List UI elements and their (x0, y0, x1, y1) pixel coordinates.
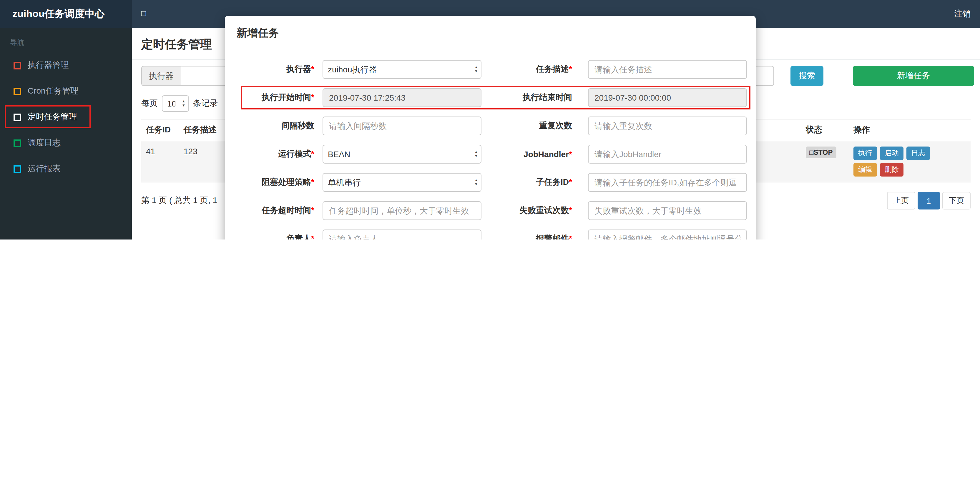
pagination: 上页 1 下页 (887, 192, 970, 210)
edit-button[interactable]: 编辑 (853, 163, 877, 177)
owner-input[interactable] (323, 229, 482, 240)
executor-filter-label: 执行器 (141, 66, 181, 86)
field-label-fail-retry: 失败重试次数* (482, 205, 588, 216)
square-outline-icon (14, 88, 21, 95)
add-job-modal: 新增任务 执行器* zuihou执行器 ▲▼ 任务描述* 执行开始时间* 执行结… (225, 16, 756, 240)
prev-page-button[interactable]: 上页 (887, 192, 915, 210)
field-label-executor: 执行器* (234, 64, 323, 75)
square-outline-icon (14, 139, 21, 147)
field-label-repeat: 重复次数 (482, 121, 588, 131)
sidebar-item-run-report[interactable]: 运行报表 (0, 156, 132, 182)
brand-title: zuihou任务调度中心 (0, 0, 132, 28)
sidebar-item-label: 调度日志 (28, 138, 60, 148)
sidebar-item-executor-mgmt[interactable]: 执行器管理 (0, 53, 132, 78)
fail-retry-input[interactable] (588, 201, 747, 220)
delete-button[interactable]: 删除 (880, 163, 904, 177)
sidebar-item-label: 定时任务管理 (28, 112, 77, 123)
per-page-select-wrap: 10 ▲▼ (162, 95, 189, 112)
sidebar-item-label: Cron任务管理 (28, 86, 79, 97)
square-outline-icon (14, 113, 21, 121)
sidebar-item-cron-job-mgmt[interactable]: Cron任务管理 (0, 78, 132, 104)
child-job-id-input[interactable] (588, 173, 747, 192)
log-button[interactable]: 日志 (907, 146, 930, 160)
end-time-input[interactable] (588, 88, 747, 107)
sidebar-item-dispatch-log[interactable]: 调度日志 (0, 130, 132, 156)
start-button[interactable]: 启动 (880, 146, 904, 160)
sidebar-item-label: 执行器管理 (28, 60, 69, 71)
modal-body: 执行器* zuihou执行器 ▲▼ 任务描述* 执行开始时间* 执行结束时间 间… (225, 48, 756, 240)
executor-select[interactable]: zuihou执行器 (323, 60, 482, 79)
sidebar-item-label: 运行报表 (28, 164, 60, 174)
field-label-start-time: 执行开始时间* (234, 92, 323, 103)
col-header-status: 状态 (801, 119, 849, 141)
execute-button[interactable]: 执行 (853, 146, 877, 160)
field-label-end-time: 执行结束时间 (482, 92, 588, 103)
per-page-select[interactable]: 10 (162, 95, 189, 112)
field-label-interval: 间隔秒数 (234, 121, 323, 131)
field-label-job-desc: 任务描述* (482, 64, 588, 75)
sidebar-menu: 执行器管理 Cron任务管理 定时任务管理 调度日志 运行报表 (0, 53, 132, 182)
next-page-button[interactable]: 下页 (942, 192, 970, 210)
cell-job-id: 41 (141, 141, 179, 182)
field-label-run-mode: 运行模式* (234, 149, 323, 159)
interval-input[interactable] (323, 116, 482, 135)
col-header-job-id: 任务ID (141, 119, 179, 141)
pagination-summary: 第 1 页 ( 总共 1 页, 1 (141, 195, 217, 206)
sidebar-nav-label: 导航 (0, 28, 132, 53)
add-job-button[interactable]: 新增任务 (853, 66, 974, 86)
field-label-child-job-id: 子任务ID* (482, 177, 588, 188)
field-label-alarm-email: 报警邮件* (482, 234, 588, 240)
col-header-actions: 操作 (849, 119, 970, 141)
sidebar-item-timed-job-mgmt[interactable]: 定时任务管理 (0, 104, 132, 130)
per-page-suffix: 条记录 (193, 98, 218, 109)
logout-link[interactable]: 注销 (954, 0, 970, 28)
cell-status: □STOP (801, 141, 849, 182)
alarm-email-input[interactable] (588, 229, 747, 240)
block-strategy-select[interactable]: 单机串行 (323, 173, 482, 192)
sidebar: 导航 执行器管理 Cron任务管理 定时任务管理 调度日志 运行报表 (0, 28, 132, 240)
status-badge: □STOP (806, 146, 836, 158)
field-label-timeout: 任务超时时间* (234, 205, 323, 216)
block-strategy-select-wrap: 单机串行 ▲▼ (323, 173, 482, 192)
executor-select-wrap: zuihou执行器 ▲▼ (323, 60, 482, 79)
timeout-input[interactable] (323, 201, 482, 220)
repeat-input[interactable] (588, 116, 747, 135)
job-handler-input[interactable] (588, 145, 747, 164)
run-mode-select-wrap: BEAN ▲▼ (323, 145, 482, 164)
field-label-owner: 负责人* (234, 234, 323, 240)
field-label-job-handler: JobHandler* (482, 150, 588, 159)
sidebar-toggle-icon[interactable]: □ (141, 0, 146, 28)
square-outline-icon (14, 165, 21, 173)
search-button[interactable]: 搜索 (791, 66, 823, 86)
field-label-block-strategy: 阻塞处理策略* (234, 177, 323, 188)
run-mode-select[interactable]: BEAN (323, 145, 482, 164)
start-time-input[interactable] (323, 88, 482, 107)
page-1-button[interactable]: 1 (918, 192, 940, 210)
modal-title: 新增任务 (225, 16, 756, 48)
app-root: zuihou任务调度中心 □ 注销 导航 执行器管理 Cron任务管理 定时任务… (0, 0, 980, 240)
stop-icon: □ (809, 148, 814, 156)
square-outline-icon (14, 62, 21, 69)
job-desc-input[interactable] (588, 60, 747, 79)
per-page-prefix: 每页 (141, 98, 158, 109)
cell-actions: 执行 启动 日志 编辑 删除 (849, 141, 970, 182)
